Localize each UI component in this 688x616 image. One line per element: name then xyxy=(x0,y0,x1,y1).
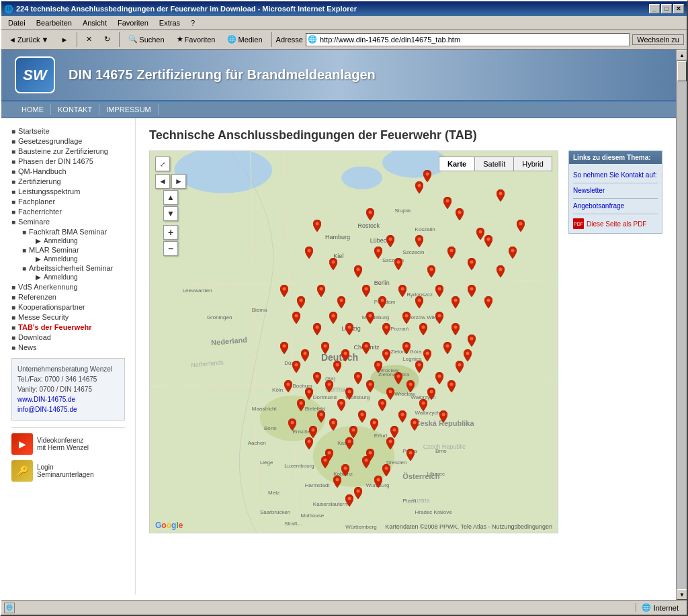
sidebar-item-bausteine[interactable]: ■ Bausteine zur Zertifizierung xyxy=(11,147,125,155)
map-frame[interactable]: Nederland Netherlands Deutsch Germany Če… xyxy=(149,150,558,533)
media-label: Medien xyxy=(238,36,262,44)
sidebar-item-vds[interactable]: ■ VdS Anerkennung xyxy=(11,283,125,291)
scroll-up-arrow[interactable]: ▲ xyxy=(677,50,687,60)
sidebar-item-messe[interactable]: ■ Messe Security xyxy=(11,313,125,321)
sidebar-item-news[interactable]: ■ News xyxy=(11,343,125,351)
contact-email[interactable]: info@DIN-14675.de xyxy=(17,404,119,414)
back-button[interactable]: ◄ Zurück ▼ xyxy=(4,34,53,46)
nav-impressum[interactable]: IMPRESSUM xyxy=(99,104,159,115)
browser-icon: 🌐 xyxy=(4,5,13,13)
arbeit-sub: ▶ Anmeldung xyxy=(36,273,125,281)
sidebar-item-seminare[interactable]: ■ Seminare xyxy=(11,218,125,226)
sidebar-item-mlar[interactable]: ■ MLAR Seminar xyxy=(22,246,125,254)
sidebar-item-zertifizierung[interactable]: ■ Zertifizierung xyxy=(11,177,125,185)
address-url[interactable]: http://www.din-14675.de/din14675_tab.htm xyxy=(320,36,460,44)
link-kontakt[interactable]: So nehmen Sie Kontakt auf: xyxy=(573,171,658,180)
menu-help[interactable]: ? xyxy=(185,17,200,28)
go-button[interactable]: Wechseln zu xyxy=(632,34,684,45)
sidebar-label-facherrichter: Facherrichter xyxy=(18,208,62,216)
refresh-button[interactable]: ↻ xyxy=(99,33,115,46)
conference-link[interactable]: ▶ Videokonferenzmit Herrn Wenzel xyxy=(11,427,125,455)
svg-text:Szczecin: Szczecin xyxy=(402,249,424,255)
maximize-button[interactable]: □ xyxy=(661,4,672,13)
map-zoom-out-btn[interactable]: − xyxy=(163,241,178,256)
sidebar-item-gesetzesgrundlage[interactable]: ■ Gesetzesgrundlage xyxy=(11,137,125,145)
bullet-icon: ■ xyxy=(11,218,15,226)
menu-bearbeiten[interactable]: Bearbeiten xyxy=(31,17,77,28)
link-newsletter[interactable]: Newsletter xyxy=(573,186,658,195)
arrow-icon: ▶ xyxy=(36,273,41,281)
map-down-btn[interactable]: ▼ xyxy=(163,206,178,221)
sidebar-item-referenzen[interactable]: ■ Referenzen xyxy=(11,293,125,301)
sidebar-item-fachkraft-anmeldung[interactable]: ▶ Anmeldung xyxy=(36,237,125,245)
sidebar-label-startseite: Startseite xyxy=(18,127,49,135)
site-logo: SW xyxy=(15,56,55,93)
map-left-btn[interactable]: ◄ xyxy=(155,174,170,189)
svg-text:Bielefeld: Bielefeld xyxy=(305,406,326,412)
svg-text:Lübeck: Lübeck xyxy=(370,237,390,244)
scroll-down-arrow[interactable]: ▼ xyxy=(677,589,687,600)
map-type-bar: Karte Satellit Hybrid xyxy=(439,157,552,171)
sidebar-item-download[interactable]: ■ Download xyxy=(11,333,125,341)
menu-ansicht[interactable]: Ansicht xyxy=(77,17,112,28)
close-button[interactable]: ✕ xyxy=(673,4,684,13)
menu-favoriten[interactable]: Favoriten xyxy=(112,17,154,28)
map-type-karte[interactable]: Karte xyxy=(439,157,475,171)
favorites-button[interactable]: ★ Favoriten xyxy=(172,33,220,46)
svg-point-82 xyxy=(341,167,382,189)
sidebar-label-vds: VdS Anerkennung xyxy=(18,283,78,291)
map-type-hybrid[interactable]: Hybrid xyxy=(514,157,552,171)
contact-web[interactable]: www.DIN-14675.de xyxy=(17,394,119,404)
bullet-icon: ■ xyxy=(11,178,15,185)
star-icon: ★ xyxy=(177,35,183,44)
sidebar-item-phasen[interactable]: ■ Phasen der DIN 14675 xyxy=(11,157,125,165)
pdf-link[interactable]: PDF Diese Seite als PDF xyxy=(573,218,658,229)
forward-button[interactable]: ► xyxy=(56,34,73,46)
svg-text:Szczecin: Szczecin xyxy=(382,257,404,263)
sidebar-item-leistung[interactable]: ■ Leistungsspektrum xyxy=(11,187,125,195)
sidebar-item-arbeit-anmeldung[interactable]: ▶ Anmeldung xyxy=(36,273,125,281)
sidebar-item-mlar-anmeldung[interactable]: ▶ Anmeldung xyxy=(36,255,125,263)
sidebar-item-kooperation[interactable]: ■ Kooperationspartner xyxy=(11,303,125,311)
svg-text:Metz: Metz xyxy=(268,490,280,496)
nav-kontakt[interactable]: KONTAKT xyxy=(51,104,99,115)
nav-home[interactable]: HOME xyxy=(15,104,51,115)
title-bar-buttons[interactable]: _ □ ✕ xyxy=(649,4,684,13)
sidebar-item-facherrichter[interactable]: ■ Facherrichter xyxy=(11,208,125,216)
map-right-btn[interactable]: ► xyxy=(171,174,186,189)
map-type-satellit[interactable]: Satellit xyxy=(475,157,514,171)
map-up-btn[interactable]: ▲ xyxy=(163,190,178,205)
sidebar-item-tab[interactable]: ■ TAB's der Feuerwehr xyxy=(11,323,125,331)
map-resize-btn[interactable]: ⤢ xyxy=(155,157,170,171)
menu-datei[interactable]: Datei xyxy=(3,17,31,28)
address-globe-icon: 🌐 xyxy=(308,35,317,44)
minimize-button[interactable]: _ xyxy=(649,4,660,13)
search-button[interactable]: 🔍 Suchen xyxy=(124,33,169,46)
address-input[interactable]: 🌐 http://www.din-14675.de/din14675_tab.h… xyxy=(306,33,630,46)
stop-button[interactable]: ✕ xyxy=(81,33,97,46)
sidebar-item-fachkraft[interactable]: ■ Fachkraft BMA Seminar xyxy=(22,228,125,236)
sidebar-item-arbeit[interactable]: ■ Arbeitssicherheit Seminar xyxy=(22,264,125,272)
map-zoom-in-btn[interactable]: + xyxy=(163,225,178,240)
svg-text:Germany: Germany xyxy=(325,386,353,393)
nav-bar: HOME KONTAKT IMPRESSUM xyxy=(1,101,676,118)
sidebar-label-fachplaner: Fachplaner xyxy=(18,197,55,206)
sidebar-item-startseite[interactable]: ■ Startseite xyxy=(11,127,125,135)
bullet-icon: ■ xyxy=(11,188,15,195)
links-divider-1 xyxy=(573,183,658,183)
sidebar-label-gesetzesgrundlage: Gesetzesgrundlage xyxy=(18,137,82,145)
fachkraft-sub: ▶ Anmeldung xyxy=(36,237,125,245)
login-link[interactable]: 🔑 LoginSeminarunterlagen xyxy=(11,460,125,482)
sidebar-item-qm[interactable]: ■ QM-Handbuch xyxy=(11,167,125,175)
bullet-icon: ■ xyxy=(11,168,15,175)
svg-text:Walbrzych: Walbrzych xyxy=(415,410,440,416)
status-icon[interactable]: 🌐 xyxy=(4,603,15,613)
menu-extras[interactable]: Extras xyxy=(154,17,185,28)
back-icon: ◄ xyxy=(9,36,16,44)
link-angebot[interactable]: Angebotsanfrage xyxy=(573,202,658,211)
svg-text:Leeuwarden: Leeuwarden xyxy=(183,288,212,294)
sidebar-item-fachplaner[interactable]: ■ Fachplaner xyxy=(11,197,125,206)
media-button[interactable]: 🌐 Medien xyxy=(222,33,267,46)
scroll-thumb[interactable] xyxy=(677,61,687,81)
page-title: Technische Anschlussbedingungen der Feue… xyxy=(149,128,662,142)
